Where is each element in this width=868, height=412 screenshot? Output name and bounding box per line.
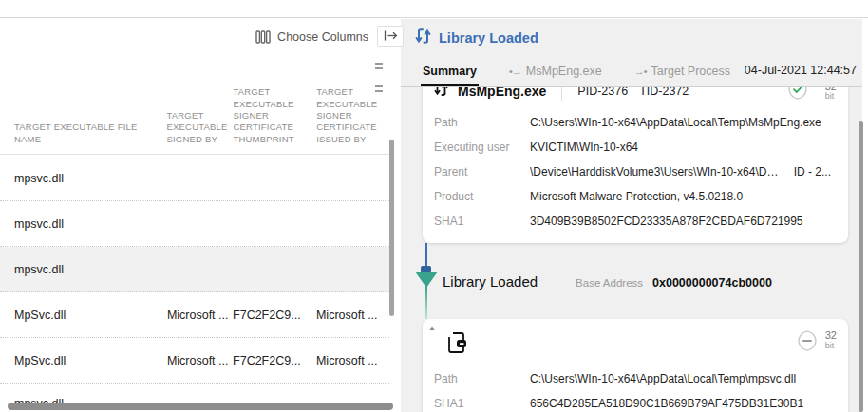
field-value: 3D409B39B8502FCD23335A878F2CBDAF6D721995 xyxy=(530,215,803,228)
cell-signed-by: Microsoft ... xyxy=(167,354,233,367)
field-extra-id: ID - 2... xyxy=(784,165,837,178)
event-row: Library Loaded Base Address 0x0000000074… xyxy=(443,273,772,290)
bit-value: 32 xyxy=(825,330,837,342)
library-loaded-icon xyxy=(415,28,431,48)
field-row: Executing user KVICTIM\WIn-10-x64 xyxy=(434,135,837,159)
table-horizontal-scrollbar[interactable] xyxy=(8,403,393,410)
field-row: Path C:\Users\WIn-10-x64\AppData\Local\T… xyxy=(434,366,837,391)
bitness-badge: 32 bit xyxy=(825,330,837,350)
table-row[interactable]: MpSvc.dll Microsoft ... F7C2F2C9... Micr… xyxy=(0,338,389,384)
divider xyxy=(561,87,562,101)
event-flow-connector: Library Loaded Base Address 0x0000000074… xyxy=(401,243,868,319)
bitness-badge: 32 bit xyxy=(825,87,837,101)
field-value: C:\Users\WIn-10-x64\AppData\Local\Temp\M… xyxy=(530,116,821,129)
field-row: SHA1 656C4D285EA518D90C1B669B79AF475DB31… xyxy=(434,391,837,412)
tab-label: Target Process xyxy=(651,65,730,78)
process-ids: PID-2376 TID-2372 xyxy=(577,87,689,98)
columns-icon xyxy=(255,30,271,44)
cell-file-name: MpSvc.dll xyxy=(14,354,167,367)
column-header-cert-thumbprint[interactable]: TARGET EXECUTABLE SIGNER CERTIFICATE THU… xyxy=(233,86,316,154)
table-vertical-scrollbar[interactable] xyxy=(389,140,394,316)
cell-issued-by: Microsoft ... xyxy=(316,309,389,322)
signed-verified-badge xyxy=(787,87,808,103)
clipped-column-header xyxy=(375,63,384,87)
field-label: SHA1 xyxy=(434,397,530,410)
field-value: KVICTIM\WIn-10-x64 xyxy=(530,140,638,154)
process-tid: TID-2372 xyxy=(639,87,689,98)
field-value: Microsoft Malware Protection, v4.5.0218.… xyxy=(530,190,743,203)
choose-columns-button[interactable]: Choose Columns xyxy=(255,30,368,44)
events-table-panel: Choose Columns TARGET EXECUTABLE FILE NA… xyxy=(0,19,401,412)
library-loaded-icon xyxy=(434,87,448,101)
column-header-file-name[interactable]: TARGET EXECUTABLE FILE NAME xyxy=(14,122,166,154)
field-label: SHA1 xyxy=(434,215,530,228)
process-pid: PID-2376 xyxy=(577,87,628,98)
field-row: Path C:\Users\WIn-10-x64\AppData\Local\T… xyxy=(434,110,837,135)
cell-file-name: mpsvc.dll xyxy=(14,217,167,231)
cell-file-name: mpsvc.dll xyxy=(14,172,167,185)
flow-tail xyxy=(425,287,427,319)
flow-line xyxy=(425,243,427,268)
detail-vertical-scrollbar[interactable] xyxy=(859,121,863,412)
detail-scroll-area[interactable]: MsMpEng.exe PID-2376 TID-2372 3 xyxy=(401,87,868,412)
collapse-triangle-icon[interactable]: ▲ xyxy=(428,324,436,332)
column-header-cert-issued-by[interactable]: TARGET EXECUTABLE SIGNER CERTIFICATE ISS… xyxy=(316,86,389,154)
unsigned-badge xyxy=(797,330,818,355)
cell-issued-by: Microsoft ... xyxy=(316,354,389,367)
process-name: MsMpEng.exe xyxy=(458,87,546,99)
flow-arrowhead-icon xyxy=(415,272,438,288)
base-address-value: 0x0000000074cb0000 xyxy=(652,276,772,290)
event-name: Library Loaded xyxy=(443,273,538,290)
table-header-row: TARGET EXECUTABLE FILE NAME TARGET EXECU… xyxy=(0,57,389,155)
cell-file-name: MpSvc.dll xyxy=(14,309,167,322)
top-strip xyxy=(0,0,868,18)
library-card: ▲ xyxy=(423,319,848,412)
event-detail-title: Library Loaded xyxy=(439,30,538,46)
field-label: Executing user xyxy=(434,140,530,154)
table-row-selected[interactable]: mpsvc.dll xyxy=(0,247,389,292)
dot-arrow-icon: •→ xyxy=(509,66,521,77)
field-row: SHA1 3D409B39B8502FCD23335A878F2CBDAF6D7… xyxy=(434,209,837,234)
bit-label: bit xyxy=(825,92,837,101)
tab-label: MsMpEng.exe xyxy=(526,65,602,78)
tab-target-process[interactable]: →• Target Process xyxy=(632,65,732,86)
field-label: Product xyxy=(434,190,530,203)
choose-columns-label: Choose Columns xyxy=(277,30,368,44)
arrow-dot-icon: →• xyxy=(634,66,647,77)
tab-summary[interactable]: Summary xyxy=(421,65,479,86)
library-card-header: 32 bit xyxy=(434,327,837,366)
event-detail-header: Library Loaded xyxy=(415,28,538,48)
column-header-signed-by[interactable]: TARGET EXECUTABLE SIGNED BY xyxy=(166,110,233,154)
cell-file-name: mpsvc.dll xyxy=(14,263,167,276)
event-timestamp: 04-Jul-2021 12:44:57 xyxy=(745,64,857,77)
cell-thumbprint: F7C2F2C9... xyxy=(233,354,316,367)
field-label: Parent xyxy=(434,165,530,178)
tab-label: Summary xyxy=(423,65,477,78)
field-row: Product Microsoft Malware Protection, v4… xyxy=(434,184,837,209)
tab-source-process[interactable]: •→ MsMpEng.exe xyxy=(507,65,604,86)
field-value: C:\Users\WIn-10-x64\AppData\Local\Temp\m… xyxy=(530,372,796,385)
library-file-icon xyxy=(445,330,468,359)
table-body: mpsvc.dll mpsvc.dll mpsvc.dll MpSvc.dll … xyxy=(0,156,389,412)
field-value: 656C4D285EA518D90C1B669B79AF475DB31E30B1 xyxy=(530,397,803,410)
field-row: Parent \Device\HarddiskVolume3\Users\WIn… xyxy=(434,159,837,184)
base-address-label: Base Address xyxy=(576,277,643,289)
collapse-panel-button[interactable] xyxy=(377,26,404,47)
field-label: Path xyxy=(434,372,530,385)
field-label: Path xyxy=(434,116,530,129)
table-row[interactable]: MpSvc.dll Microsoft ... F7C2F2C9... Micr… xyxy=(0,292,389,338)
table-row[interactable]: mpsvc.dll xyxy=(0,156,389,201)
field-value: \Device\HarddiskVolume3\Users\WIn-10-x64… xyxy=(530,165,784,178)
process-card: MsMpEng.exe PID-2376 TID-2372 3 xyxy=(423,87,848,243)
event-detail-panel: Library Loaded Summary •→ MsMpEng.exe →•… xyxy=(401,19,868,412)
table-row[interactable]: mpsvc.dll xyxy=(0,201,389,247)
arrow-from-bar-icon xyxy=(384,29,398,44)
bit-label: bit xyxy=(825,342,837,350)
cell-signed-by: Microsoft ... xyxy=(167,309,233,322)
process-card-header: MsMpEng.exe PID-2376 TID-2372 3 xyxy=(434,87,837,110)
event-analysis-screen: Choose Columns TARGET EXECUTABLE FILE NA… xyxy=(0,0,868,412)
cell-thumbprint: F7C2F2C9... xyxy=(233,309,316,322)
